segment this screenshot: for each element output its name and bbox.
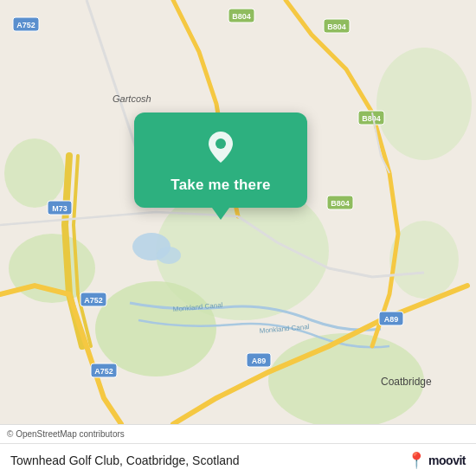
svg-text:A89: A89 xyxy=(252,357,267,365)
svg-text:A752: A752 xyxy=(94,367,113,376)
svg-text:A752: A752 xyxy=(84,296,103,305)
map-attribution: © OpenStreetMap contributors xyxy=(0,424,476,443)
svg-text:A752: A752 xyxy=(16,21,35,29)
location-pin-icon xyxy=(202,128,240,166)
svg-text:Gartcosh: Gartcosh xyxy=(113,93,151,104)
take-me-there-popup[interactable]: Take me there xyxy=(134,113,307,208)
svg-point-2 xyxy=(95,281,216,376)
svg-text:B804: B804 xyxy=(327,23,346,31)
moovit-logo: 📍 moovit xyxy=(407,451,466,470)
svg-text:M73: M73 xyxy=(52,204,68,213)
svg-text:B804: B804 xyxy=(362,114,381,123)
svg-text:Coatbridge: Coatbridge xyxy=(381,376,432,388)
svg-point-5 xyxy=(376,48,472,160)
svg-point-34 xyxy=(215,138,226,149)
svg-text:A89: A89 xyxy=(384,315,399,324)
moovit-brand-text: moovit xyxy=(428,453,466,467)
svg-point-11 xyxy=(157,247,181,264)
svg-text:B804: B804 xyxy=(331,199,350,208)
moovit-pin-icon: 📍 xyxy=(407,451,426,470)
attribution-text: © OpenStreetMap contributors xyxy=(7,429,125,439)
map-container: Monkland Canal Monkland Canal M73 A752 A… xyxy=(0,0,476,424)
svg-text:B804: B804 xyxy=(232,12,251,21)
info-bar: Townhead Golf Club, Coatbridge, Scotland… xyxy=(0,443,476,476)
take-me-there-label: Take me there xyxy=(170,177,270,194)
location-label: Townhead Golf Club, Coatbridge, Scotland xyxy=(10,453,400,467)
svg-point-7 xyxy=(4,138,65,208)
map-background: Monkland Canal Monkland Canal M73 A752 A… xyxy=(0,0,476,424)
